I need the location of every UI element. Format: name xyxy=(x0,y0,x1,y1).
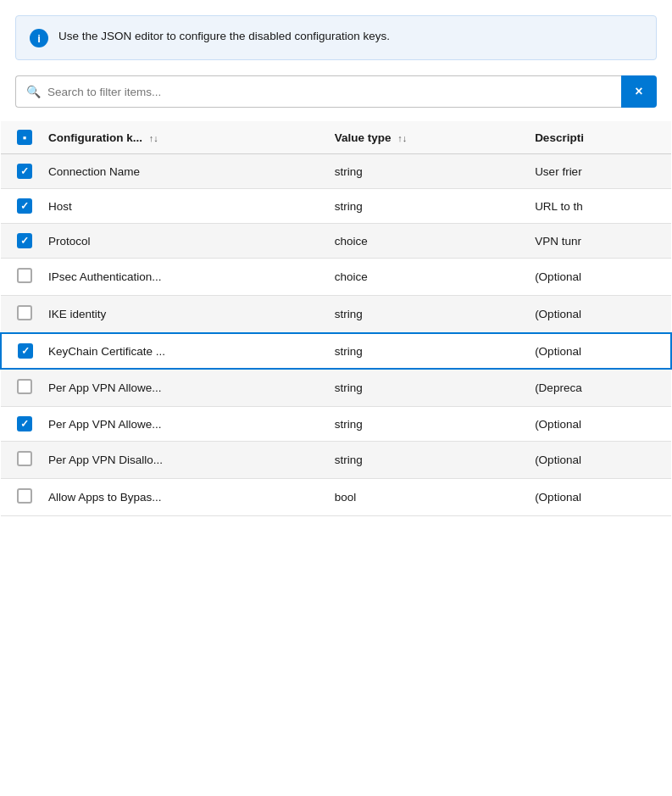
row-checkbox-cell[interactable] xyxy=(1,369,42,407)
row-checkbox-cell[interactable] xyxy=(1,333,42,369)
row-description: (Optional xyxy=(528,296,671,334)
row-checkbox[interactable] xyxy=(17,379,32,394)
row-checkbox-cell[interactable] xyxy=(1,442,42,479)
row-config-key: KeyChain Certificate ... xyxy=(42,333,328,369)
close-icon: × xyxy=(635,84,642,99)
search-bar-container: 🔍 × xyxy=(15,75,657,108)
row-config-key: Host xyxy=(42,189,328,224)
header-config-key[interactable]: Configuration k... ↑↓ xyxy=(42,121,328,154)
row-checkbox[interactable] xyxy=(17,451,32,466)
row-value-type: string xyxy=(328,442,528,479)
info-icon: i xyxy=(30,29,48,47)
header-checkbox-cell[interactable] xyxy=(1,121,42,154)
row-checkbox[interactable] xyxy=(17,233,32,248)
table-row[interactable]: Per App VPN Allowe...string(Optional xyxy=(1,407,671,442)
row-config-key: Per App VPN Allowe... xyxy=(42,369,328,407)
row-checkbox-cell[interactable] xyxy=(1,296,42,334)
row-value-type: string xyxy=(328,333,528,369)
header-value-type[interactable]: Value type ↑↓ xyxy=(328,121,528,154)
row-config-key: Per App VPN Allowe... xyxy=(42,407,328,442)
row-config-key: Protocol xyxy=(42,224,328,259)
row-description: (Optional xyxy=(528,479,671,516)
row-description: (Optional xyxy=(528,333,671,369)
row-value-type: choice xyxy=(328,224,528,259)
row-description: URL to th xyxy=(528,189,671,224)
table-row[interactable]: IKE identitystring(Optional xyxy=(1,296,671,334)
row-value-type: string xyxy=(328,189,528,224)
header-description: Descripti xyxy=(528,121,671,154)
row-checkbox[interactable] xyxy=(17,198,32,214)
config-table: Configuration k... ↑↓ Value type ↑↓ Desc… xyxy=(0,121,672,516)
sort-icon-value: ↑↓ xyxy=(397,133,407,143)
row-config-key: IPsec Authentication... xyxy=(42,259,328,296)
row-config-key: Per App VPN Disallo... xyxy=(42,442,328,479)
row-config-key: Connection Name xyxy=(42,154,328,189)
row-value-type: string xyxy=(328,296,528,334)
row-description: (Depreca xyxy=(528,369,671,407)
row-value-type: bool xyxy=(328,479,528,516)
table-row[interactable]: ProtocolchoiceVPN tunr xyxy=(1,224,671,259)
table-container: Configuration k... ↑↓ Value type ↑↓ Desc… xyxy=(0,121,672,516)
row-checkbox[interactable] xyxy=(17,488,32,504)
row-checkbox-cell[interactable] xyxy=(1,224,42,259)
row-checkbox-cell[interactable] xyxy=(1,259,42,296)
row-config-key: IKE identity xyxy=(42,296,328,334)
row-checkbox[interactable] xyxy=(17,268,32,283)
row-config-key: Allow Apps to Bypas... xyxy=(42,479,328,516)
header-checkbox[interactable] xyxy=(17,130,32,145)
row-checkbox-cell[interactable] xyxy=(1,154,42,189)
row-checkbox[interactable] xyxy=(17,416,32,431)
row-checkbox[interactable] xyxy=(17,164,32,179)
row-description: (Optional xyxy=(528,259,671,296)
sort-icon-config: ↑↓ xyxy=(149,133,158,143)
search-clear-button[interactable]: × xyxy=(621,75,657,108)
row-checkbox[interactable] xyxy=(17,305,32,320)
row-checkbox-cell[interactable] xyxy=(1,407,42,442)
row-description: (Optional xyxy=(528,442,671,479)
row-value-type: string xyxy=(328,154,528,189)
row-value-type: string xyxy=(328,369,528,407)
table-header-row: Configuration k... ↑↓ Value type ↑↓ Desc… xyxy=(1,121,671,154)
row-checkbox[interactable] xyxy=(18,343,33,359)
row-checkbox-cell[interactable] xyxy=(1,479,42,516)
table-row[interactable]: KeyChain Certificate ...string(Optional xyxy=(1,333,671,369)
info-banner-text: Use the JSON editor to configure the dis… xyxy=(58,28,390,45)
row-value-type: choice xyxy=(328,259,528,296)
row-value-type: string xyxy=(328,407,528,442)
table-row[interactable]: Per App VPN Disallo...string(Optional xyxy=(1,442,671,479)
table-body: Connection NamestringUser frierHoststrin… xyxy=(1,154,671,516)
table-row[interactable]: IPsec Authentication...choice(Optional xyxy=(1,259,671,296)
search-input[interactable] xyxy=(47,86,611,98)
table-row[interactable]: HoststringURL to th xyxy=(1,189,671,224)
row-description: User frier xyxy=(528,154,671,189)
info-banner: i Use the JSON editor to configure the d… xyxy=(15,15,657,60)
search-input-wrapper: 🔍 xyxy=(15,75,621,108)
row-description: (Optional xyxy=(528,407,671,442)
row-description: VPN tunr xyxy=(528,224,671,259)
search-icon: 🔍 xyxy=(26,85,41,98)
table-row[interactable]: Allow Apps to Bypas...bool(Optional xyxy=(1,479,671,516)
table-row[interactable]: Connection NamestringUser frier xyxy=(1,154,671,189)
row-checkbox-cell[interactable] xyxy=(1,189,42,224)
table-row[interactable]: Per App VPN Allowe...string(Depreca xyxy=(1,369,671,407)
